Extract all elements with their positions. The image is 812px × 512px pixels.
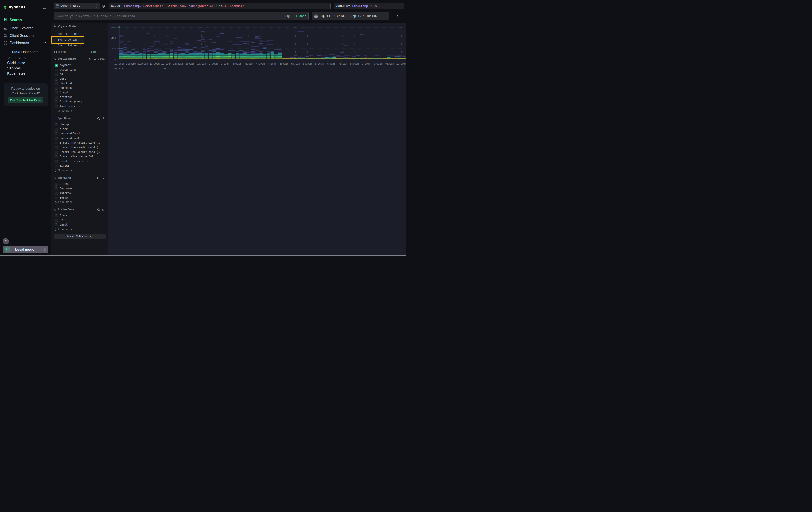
svg-text:200: 200 [111,47,116,50]
svg-text:10:00pm: 10:00pm [114,62,124,65]
svg-text:7:00am: 7:00am [326,62,335,65]
svg-text:3:00am: 3:00am [232,62,241,65]
svg-text:10:00am: 10:00am [396,62,406,65]
svg-text:4:00am: 4:00am [256,62,265,65]
svg-text:2:00am: 2:00am [209,62,218,65]
svg-text:5:30am: 5:30am [291,62,300,65]
svg-text:11:00pm: 11:00pm [138,62,148,65]
svg-text:8:30am: 8:30am [362,62,371,65]
svg-text:9/15: 9/15 [164,67,169,70]
svg-text:1:00am: 1:00am [185,62,194,65]
svg-text:3:30am: 3:30am [244,62,253,65]
svg-text:9:30am: 9:30am [385,62,394,65]
svg-text:6:30am: 6:30am [315,62,323,65]
svg-text:0: 0 [114,58,116,60]
svg-text:7:30am: 7:30am [338,62,347,65]
svg-text:9:00am: 9:00am [374,62,382,65]
svg-text:4:30am: 4:30am [268,62,277,65]
svg-text:1:30am: 1:30am [197,62,206,65]
svg-text:8:00am: 8:00am [350,62,359,65]
svg-text:2:30am: 2:30am [221,62,229,65]
svg-text:9/14/25: 9/14/25 [114,67,124,70]
svg-text:5:00am: 5:00am [280,62,288,65]
svg-text:400: 400 [111,36,116,39]
svg-text:12:30am: 12:30am [173,62,183,65]
svg-text:10:30pm: 10:30pm [126,62,136,65]
svg-text:11:30pm: 11:30pm [149,62,160,65]
svg-text:12:00am: 12:00am [161,62,171,65]
svg-text:600: 600 [111,26,116,29]
svg-text:6:00am: 6:00am [303,62,312,65]
